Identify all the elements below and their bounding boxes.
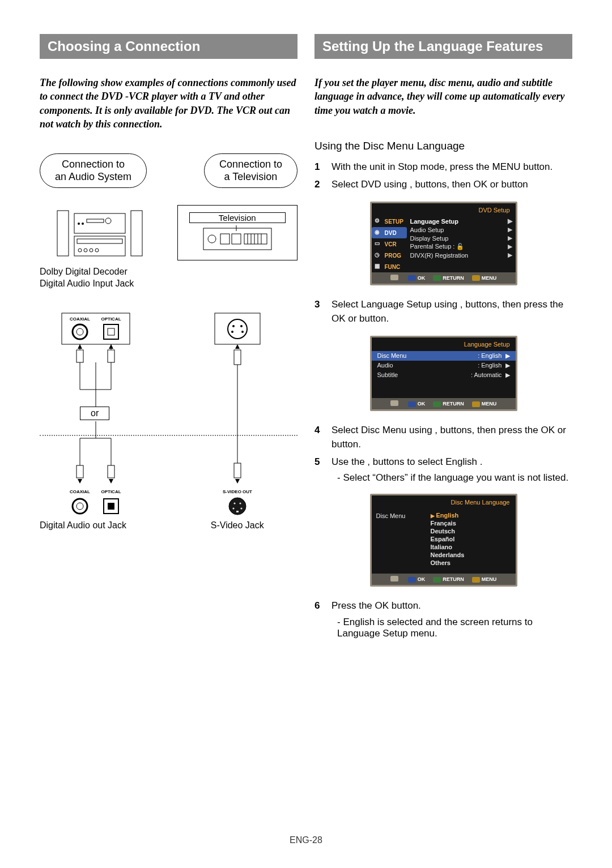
remote-icon bbox=[390, 275, 398, 280]
pill-audio: Connection to an Audio System bbox=[40, 153, 147, 188]
right-title: Setting Up the Language Features bbox=[314, 34, 572, 59]
svg-point-25 bbox=[73, 324, 87, 339]
osd1-row0: Language Setup bbox=[410, 218, 459, 225]
osd1-row1: Audio Setup bbox=[410, 226, 444, 233]
chevron-right-icon: ▶ bbox=[505, 362, 510, 369]
svg-point-26 bbox=[76, 328, 83, 335]
osd1-menu: MENU bbox=[482, 275, 497, 281]
osd1-ok: OK bbox=[418, 275, 426, 281]
osd2-k1: Audio bbox=[377, 362, 393, 369]
digital-audio-diagram: COAXIAL OPTICAL bbox=[40, 310, 160, 520]
osd3-ok: OK bbox=[418, 576, 426, 582]
gear-icon: ⚙ bbox=[375, 217, 382, 225]
left-intro: The following show examples of connectio… bbox=[40, 76, 298, 131]
step-2: Select DVD using , buttons, then OK or b… bbox=[314, 178, 572, 192]
svg-point-7 bbox=[105, 218, 111, 224]
osd1-side-prog: PROG bbox=[385, 253, 401, 259]
step-6: Press the OK button. bbox=[314, 599, 572, 613]
left-column: Choosing a Connection The following show… bbox=[40, 34, 298, 644]
ok-chip-icon bbox=[408, 577, 416, 583]
menu-chip-icon bbox=[472, 577, 480, 583]
osd3-menu: MENU bbox=[482, 576, 497, 582]
svg-marker-38 bbox=[78, 479, 82, 484]
step-5: Use the , buttons to select English . bbox=[314, 455, 572, 469]
svg-marker-55 bbox=[235, 479, 240, 484]
svg-rect-44 bbox=[108, 503, 114, 510]
label-coaxial-bot: COAXIAL bbox=[70, 489, 90, 494]
step-1: With the unit in Stop mode, press the ME… bbox=[314, 160, 572, 174]
label-optical-bot: OPTICAL bbox=[101, 489, 121, 494]
osd1-side-setup: SETUP bbox=[385, 219, 403, 225]
dolby-l1: Dolby Digital Decoder bbox=[40, 267, 128, 276]
pill-tv: Connection to a Television bbox=[204, 153, 298, 188]
chevron-right-icon: ▶ bbox=[508, 226, 512, 233]
osd-language-setup: Language Setup Disc Menu: English ▶ Audi… bbox=[370, 336, 517, 411]
osd3-lang-3: Español bbox=[431, 535, 511, 543]
osd3-left-label: Disc Menu bbox=[372, 511, 426, 519]
svg-point-10 bbox=[84, 249, 87, 252]
svg-point-4 bbox=[78, 223, 80, 225]
osd1-side-vcr: VCR bbox=[385, 241, 397, 247]
svg-marker-34 bbox=[109, 344, 113, 349]
chevron-right-icon: ▶ bbox=[508, 243, 512, 250]
osd1-title: DVD Setup bbox=[372, 203, 516, 216]
svg-rect-51 bbox=[234, 350, 241, 365]
svg-point-42 bbox=[76, 503, 83, 510]
chevron-right-icon: ▶ bbox=[505, 371, 510, 378]
tv-figure: Television bbox=[177, 205, 298, 290]
osd3-lang-5: Nederlands bbox=[431, 551, 511, 559]
svg-rect-0 bbox=[57, 211, 69, 256]
osd1-return: RETURN bbox=[443, 275, 464, 281]
svg-rect-6 bbox=[87, 219, 104, 223]
tv-label: Television bbox=[189, 212, 286, 223]
svg-rect-15 bbox=[220, 234, 230, 244]
svg-rect-27 bbox=[104, 324, 118, 339]
osd2-ok: OK bbox=[418, 401, 426, 407]
svg-point-57 bbox=[233, 502, 235, 504]
svg-rect-32 bbox=[108, 350, 114, 362]
osd2-v0: : English bbox=[478, 352, 502, 359]
svideo-diagram: S-VIDEO OUT bbox=[177, 310, 298, 520]
osd1-row4: DIVX(R) Registration bbox=[410, 252, 469, 259]
svg-rect-54 bbox=[234, 463, 241, 478]
svg-marker-52 bbox=[235, 344, 240, 349]
osd2-title: Language Setup bbox=[372, 337, 516, 350]
svg-point-60 bbox=[240, 507, 242, 509]
ok-chip-icon bbox=[408, 275, 416, 281]
lock-icon: 🔓 bbox=[456, 243, 464, 250]
svg-rect-8 bbox=[77, 239, 122, 243]
or-label: or bbox=[80, 407, 109, 420]
osd2-menu: MENU bbox=[482, 401, 497, 407]
osd3-title: Disc Menu Language bbox=[372, 495, 516, 508]
osd-dvd-setup: DVD Setup ⚙SETUP ◉DVD ▭VCR ◷PROG ▦FUNC L… bbox=[370, 202, 517, 285]
svg-point-14 bbox=[208, 235, 216, 243]
osd1-side-func: FUNC bbox=[385, 264, 401, 270]
svg-point-59 bbox=[232, 507, 234, 509]
svg-point-46 bbox=[228, 319, 247, 339]
svg-rect-37 bbox=[76, 465, 83, 478]
chevron-right-icon: ▶ bbox=[508, 251, 512, 259]
step-3: Select Language Setup using , buttons, t… bbox=[314, 298, 572, 326]
return-chip-icon bbox=[433, 275, 441, 281]
osd3-lang-1: Français bbox=[431, 519, 511, 527]
osd3-lang-2: Deutsch bbox=[431, 527, 511, 535]
osd1-row3: Parental Setup : bbox=[410, 243, 455, 250]
svg-point-58 bbox=[239, 502, 241, 504]
dolby-l2: Digital Audio Input Jack bbox=[40, 279, 134, 288]
label-coaxial-top: COAXIAL bbox=[70, 317, 90, 322]
pill-tv-l1: Connection to bbox=[219, 159, 282, 171]
osd2-k2: Subtitle bbox=[377, 371, 398, 379]
svg-rect-45 bbox=[215, 313, 260, 344]
svg-rect-1 bbox=[131, 211, 142, 256]
step-5-note: - Select “Others” if the language you wa… bbox=[314, 472, 572, 484]
svg-point-49 bbox=[231, 331, 233, 333]
return-chip-icon bbox=[433, 577, 441, 583]
svg-point-9 bbox=[78, 249, 82, 252]
svg-marker-40 bbox=[109, 479, 113, 484]
osd3-return: RETURN bbox=[443, 576, 464, 582]
chevron-right-icon: ▶ bbox=[505, 352, 510, 359]
osd-disc-menu-language: Disc Menu Language Disc Menu English Fra… bbox=[370, 494, 517, 587]
caption-digital-audio: Digital Audio out Jack bbox=[40, 520, 160, 532]
menu-chip-icon bbox=[472, 275, 480, 281]
svg-marker-31 bbox=[78, 344, 82, 349]
